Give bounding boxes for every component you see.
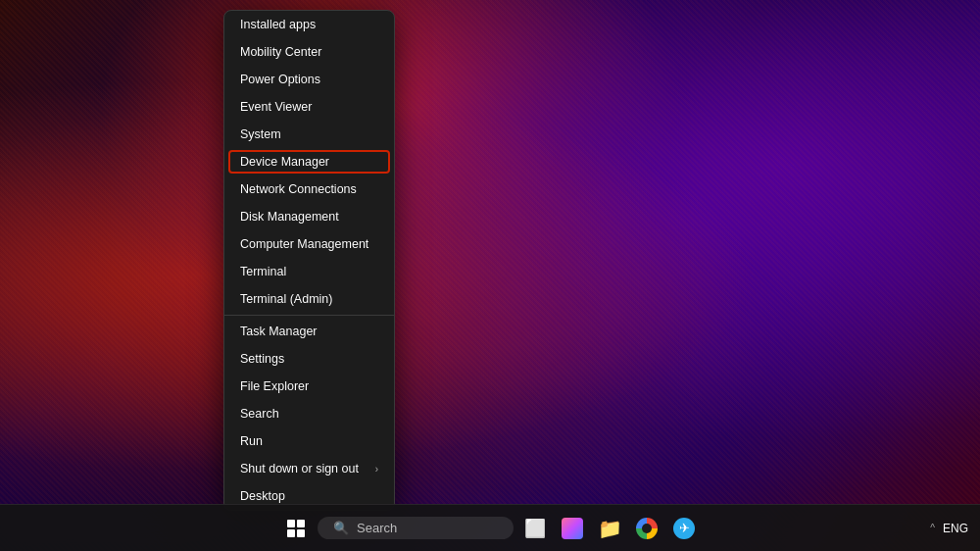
- menu-item-event-viewer[interactable]: Event Viewer: [224, 93, 394, 121]
- menu-item-terminal-admin[interactable]: Terminal (Admin): [224, 285, 394, 313]
- menu-item-search[interactable]: Search: [224, 400, 394, 427]
- chrome-button[interactable]: [631, 513, 662, 544]
- context-menu: Installed appsMobility CenterPower Optio…: [223, 10, 395, 511]
- desktop-background: [0, 0, 980, 551]
- menu-item-label: Computer Management: [240, 237, 368, 251]
- search-icon: 🔍: [333, 521, 349, 535]
- taskview-button[interactable]: ⬜: [519, 513, 551, 544]
- telegram-icon: ✈: [673, 518, 695, 539]
- menu-item-label: Network Connections: [240, 182, 357, 196]
- menu-item-label: Run: [240, 434, 263, 448]
- menu-item-settings[interactable]: Settings: [224, 345, 394, 373]
- menu-item-disk-management[interactable]: Disk Management: [224, 203, 394, 230]
- menu-item-label: Task Manager: [240, 325, 318, 338]
- menu-item-computer-management[interactable]: Computer Management: [224, 230, 394, 258]
- taskbar-right: ^ ENG: [930, 522, 980, 535]
- windows-logo-icon: [287, 520, 305, 537]
- multipaint-icon: [562, 518, 583, 539]
- menu-item-label: Shut down or sign out: [240, 462, 359, 476]
- menu-item-power-options[interactable]: Power Options: [224, 66, 394, 93]
- menu-item-network-connections[interactable]: Network Connections: [224, 175, 394, 203]
- taskview-icon: ⬜: [524, 518, 546, 539]
- menu-item-label: File Explorer: [240, 379, 309, 393]
- chrome-icon: [636, 518, 658, 539]
- multipaint-button[interactable]: [557, 513, 588, 544]
- menu-item-label: Event Viewer: [240, 100, 312, 114]
- menu-item-installed-apps[interactable]: Installed apps: [224, 11, 394, 38]
- menu-item-label: Disk Management: [240, 210, 339, 224]
- tray-expand-icon[interactable]: ^: [930, 523, 935, 533]
- menu-item-label: Terminal: [240, 265, 286, 278]
- menu-item-system[interactable]: System: [224, 121, 394, 148]
- taskbar-search[interactable]: 🔍 Search: [318, 517, 514, 539]
- folder-icon: 📁: [598, 517, 622, 540]
- menu-item-label: Desktop: [240, 489, 285, 503]
- menu-item-run[interactable]: Run: [224, 427, 394, 455]
- start-button[interactable]: [280, 513, 312, 544]
- menu-item-label: Search: [240, 407, 279, 421]
- menu-item-mobility-center[interactable]: Mobility Center: [224, 38, 394, 66]
- submenu-arrow-icon: ›: [375, 464, 378, 475]
- taskbar-search-label: Search: [357, 521, 397, 535]
- menu-item-label: Terminal (Admin): [240, 292, 332, 306]
- menu-item-label: Device Manager: [240, 155, 329, 169]
- menu-item-label: System: [240, 127, 281, 141]
- menu-item-task-manager[interactable]: Task Manager: [224, 318, 394, 345]
- system-tray: ENG: [943, 522, 968, 535]
- menu-item-file-explorer[interactable]: File Explorer: [224, 373, 394, 400]
- file-explorer-button[interactable]: 📁: [594, 513, 625, 544]
- menu-separator: [224, 315, 394, 316]
- menu-item-device-manager[interactable]: Device Manager: [224, 148, 394, 175]
- menu-item-label: Settings: [240, 352, 284, 366]
- telegram-button[interactable]: ✈: [668, 513, 700, 544]
- taskbar: 🔍 Search ⬜ 📁 ✈ ^ ENG: [0, 504, 980, 551]
- menu-item-shut-down-or-sign-out[interactable]: Shut down or sign out›: [224, 455, 394, 482]
- taskbar-center: 🔍 Search ⬜ 📁 ✈: [280, 513, 700, 544]
- menu-item-label: Mobility Center: [240, 45, 321, 59]
- menu-item-terminal[interactable]: Terminal: [224, 258, 394, 285]
- language-indicator[interactable]: ENG: [943, 522, 968, 535]
- menu-item-label: Power Options: [240, 73, 320, 86]
- menu-item-label: Installed apps: [240, 18, 316, 31]
